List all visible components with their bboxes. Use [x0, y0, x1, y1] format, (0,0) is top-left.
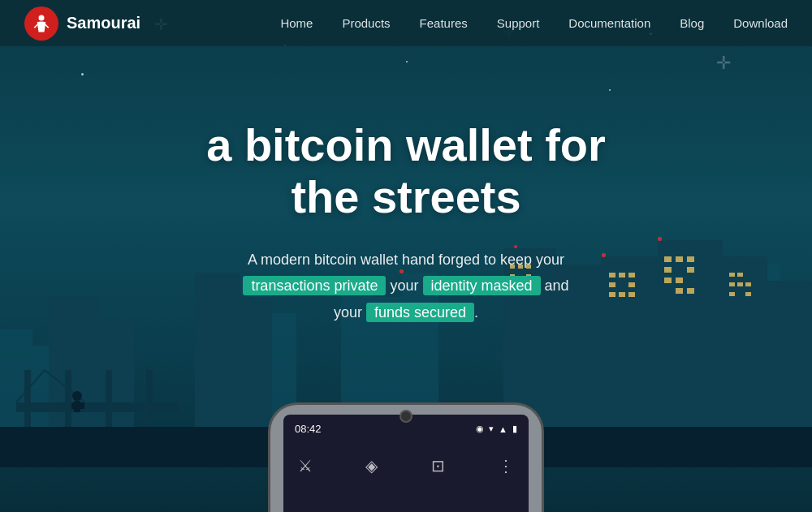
phone-mockup: 08:42 ◉ ▾ ▲ ▮ ⚔ ◈ ⊡ ⋮	[268, 402, 544, 512]
logo-link[interactable]: Samourai	[24, 6, 140, 41]
logo-icon	[24, 6, 58, 41]
wifi-toolbar-icon: ◈	[365, 456, 378, 475]
phone-toolbar: ⚔ ◈ ⊡ ⋮	[295, 448, 517, 484]
brand-name: Samourai	[67, 14, 140, 32]
svg-rect-68	[16, 402, 179, 412]
svg-point-0	[39, 15, 45, 20]
samourai-app-icon: ⚔	[298, 456, 313, 475]
navbar: Samourai Home Products Features Support …	[0, 0, 812, 46]
nav-home[interactable]: Home	[280, 16, 313, 30]
hero-content: a bitcoin wallet for the streets A moder…	[0, 46, 812, 325]
samourai-logo-svg	[30, 12, 53, 35]
nav-blog[interactable]: Blog	[680, 16, 704, 30]
svg-rect-74	[71, 402, 76, 409]
highlight-transactions: transactions private	[243, 276, 386, 295]
nav-documentation[interactable]: Documentation	[568, 16, 650, 30]
wifi-icon: ▾	[489, 424, 494, 434]
battery-icon: ▮	[512, 424, 517, 434]
nav-features[interactable]: Features	[420, 16, 468, 30]
hero-subtitle: A modern bitcoin wallet hand forged to k…	[243, 247, 568, 325]
nav-download[interactable]: Download	[733, 16, 788, 30]
scan-icon: ⊡	[431, 456, 445, 475]
phone-body: 08:42 ◉ ▾ ▲ ▮ ⚔ ◈ ⊡ ⋮	[268, 402, 544, 512]
svg-point-72	[72, 391, 82, 401]
highlight-identity: identity masked	[423, 276, 541, 295]
svg-rect-75	[80, 402, 84, 409]
phone-screen: 08:42 ◉ ▾ ▲ ▮ ⚔ ◈ ⊡ ⋮	[283, 415, 529, 512]
nav-products[interactable]: Products	[342, 16, 390, 30]
phone-time: 08:42	[295, 423, 322, 435]
nav-support[interactable]: Support	[497, 16, 540, 30]
hero-title: a bitcoin wallet for the streets	[206, 119, 606, 224]
eye-icon: ◉	[476, 424, 484, 434]
hero-section: ✛ ✛ ✛	[0, 0, 812, 512]
phone-status-bar: 08:42 ◉ ▾ ▲ ▮	[295, 423, 517, 435]
nav-links: Home Products Features Support Documenta…	[280, 16, 788, 31]
phone-status-icons: ◉ ▾ ▲ ▮	[476, 424, 517, 434]
menu-icon: ⋮	[498, 456, 514, 475]
signal-icon: ▲	[499, 424, 508, 434]
phone-camera	[400, 410, 412, 423]
highlight-funds: funds secured	[366, 303, 474, 322]
subtitle-text-1: A modern bitcoin wallet hand forged to k…	[248, 252, 564, 268]
